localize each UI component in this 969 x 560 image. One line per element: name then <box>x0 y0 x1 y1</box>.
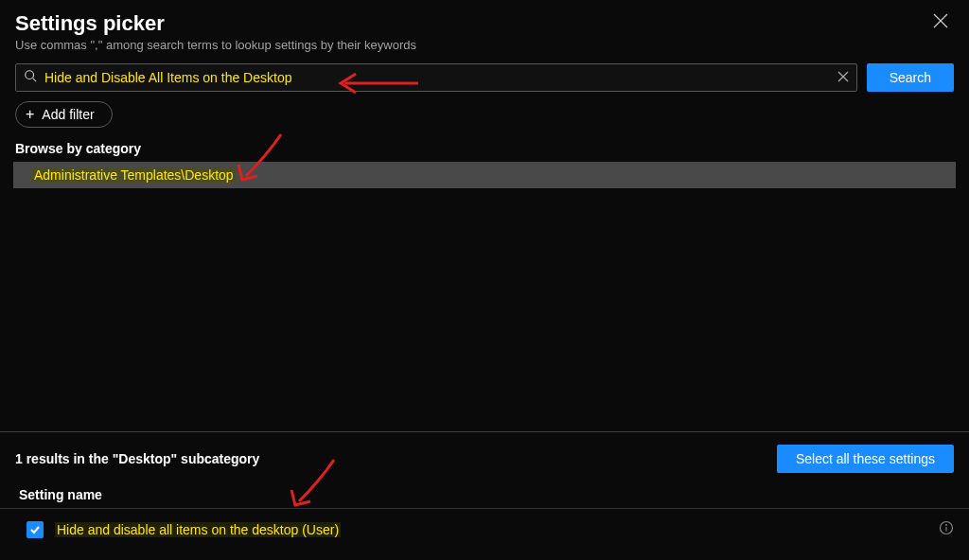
results-table-header: Setting name <box>0 481 969 509</box>
close-icon <box>933 13 948 28</box>
plus-icon: + <box>26 106 34 123</box>
close-button[interactable] <box>933 13 952 32</box>
checkmark-icon <box>29 524 41 535</box>
svg-point-7 <box>945 524 947 526</box>
result-checkbox[interactable] <box>26 521 44 538</box>
section-divider <box>0 431 969 432</box>
page-subtitle: Use commas "," among search terms to loo… <box>15 38 954 52</box>
search-icon <box>24 69 37 86</box>
svg-point-2 <box>26 71 34 79</box>
column-header-setting-name: Setting name <box>19 487 102 502</box>
result-row[interactable]: Hide and disable all items on the deskto… <box>0 511 969 549</box>
search-button[interactable]: Search <box>867 63 954 92</box>
results-summary: 1 results in the "Desktop" subcategory <box>15 451 259 466</box>
search-box[interactable] <box>15 63 857 92</box>
info-button[interactable] <box>939 520 954 539</box>
svg-line-3 <box>33 79 37 82</box>
add-filter-label: Add filter <box>42 107 94 122</box>
info-icon <box>939 520 954 535</box>
category-path: Administrative Templates\Desktop <box>32 167 236 183</box>
category-row[interactable]: Administrative Templates\Desktop <box>13 162 956 188</box>
select-all-button[interactable]: Select all these settings <box>777 445 954 473</box>
result-label: Hide and disable all items on the deskto… <box>55 522 341 537</box>
search-input[interactable] <box>37 66 837 89</box>
browse-category-label: Browse by category <box>0 128 969 162</box>
page-title: Settings picker <box>15 11 954 36</box>
x-icon <box>837 71 849 82</box>
add-filter-button[interactable]: + Add filter <box>15 101 113 128</box>
clear-search-button[interactable] <box>837 69 849 86</box>
